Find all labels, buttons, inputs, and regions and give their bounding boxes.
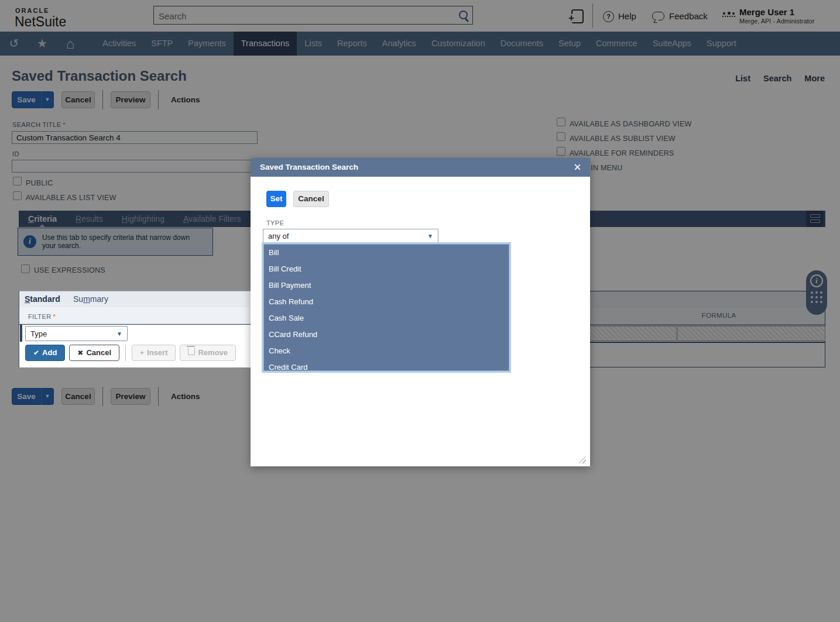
dialog-title: Saved Transaction Search: [260, 163, 358, 171]
dialog-header[interactable]: Saved Transaction Search ×: [251, 158, 590, 177]
type-option[interactable]: Bill: [264, 245, 509, 261]
type-label: TYPE: [266, 219, 284, 226]
type-option[interactable]: Bill Payment: [264, 277, 509, 294]
sublist-buttons: ✔Add ✖Cancel +Insert Remove: [25, 345, 236, 361]
type-option[interactable]: CCard Refund: [264, 327, 509, 343]
x-icon: ✖: [77, 349, 83, 357]
type-option[interactable]: Cash Sale: [264, 310, 509, 327]
dialog-cancel-button[interactable]: Cancel: [293, 191, 329, 207]
divider: [125, 345, 126, 361]
type-multiselect-list[interactable]: Bill Bill Credit Bill Payment Cash Refun…: [263, 244, 509, 371]
remove-button: Remove: [180, 345, 236, 361]
subtab-summary[interactable]: Summary: [73, 291, 108, 307]
check-icon: ✔: [33, 349, 39, 357]
plus-icon: +: [140, 349, 144, 357]
type-option[interactable]: Check: [264, 343, 509, 359]
type-option[interactable]: Bill Credit: [264, 261, 509, 277]
add-button[interactable]: ✔Add: [25, 345, 65, 361]
active-filter-panel: Standard Summary FILTER* Type ▼ ✔Add ✖Ca…: [19, 291, 256, 367]
filter-type-value: Type: [30, 329, 47, 338]
subtab-strip-active: Standard Summary: [19, 291, 257, 308]
row-cancel-button[interactable]: ✖Cancel: [69, 345, 119, 361]
set-button[interactable]: Set: [266, 191, 286, 207]
netsuite-app: ORACLE NetSuite ? Help Feedback Merge Us…: [0, 0, 840, 622]
chevron-down-icon: ▼: [427, 233, 433, 239]
trash-icon: [188, 348, 195, 355]
resize-handle[interactable]: [578, 456, 586, 463]
filter-header-cell: FILTER*: [19, 307, 257, 324]
type-option[interactable]: Credit Card: [264, 359, 509, 371]
close-icon[interactable]: ×: [574, 160, 581, 175]
filter-type-dropdown[interactable]: Type ▼: [25, 326, 128, 341]
saved-transaction-search-dialog: Saved Transaction Search × Set Cancel TY…: [251, 158, 590, 466]
active-row-marker: [20, 325, 22, 342]
filter-row: Type ▼: [19, 324, 257, 342]
insert-button: +Insert: [132, 345, 176, 361]
type-condition-dropdown[interactable]: any of ▼: [263, 229, 438, 243]
chevron-down-icon: ▼: [116, 331, 122, 337]
type-option[interactable]: Cash Refund: [264, 294, 509, 310]
type-condition-value: any of: [268, 232, 289, 240]
